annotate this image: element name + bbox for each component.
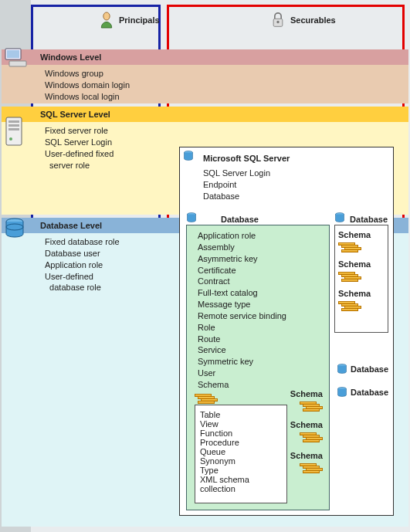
stack-icon (338, 301, 361, 310)
database-icon (186, 212, 197, 223)
svg-rect-4 (7, 50, 19, 58)
stack-icon (300, 463, 323, 473)
schema-securable-box: Table View Function Procedure Queue Syno… (195, 405, 287, 503)
principals-header: Principals (99, 11, 160, 29)
list-item: Service (198, 344, 323, 356)
database-free-label: Database (351, 364, 388, 374)
list-item: SQL Server Login (203, 168, 387, 179)
database-free-label: Database (351, 388, 388, 397)
list-item: User (198, 368, 323, 379)
database-securable-box: Database Application role Assembly Asymm… (186, 225, 330, 510)
list-item: View (200, 419, 282, 429)
principals-label: Principals (119, 15, 160, 25)
list-item: Table (200, 410, 282, 419)
list-item: Asymmetric key (198, 253, 323, 265)
svg-point-2 (276, 21, 279, 23)
schema-label: Schema (290, 451, 323, 460)
list-item: Application role (198, 230, 323, 242)
list-item: Function (200, 429, 282, 438)
server-icon (5, 116, 23, 147)
windows-level-body: Windows group Windows domain login Windo… (2, 65, 408, 103)
database-icon (334, 212, 345, 223)
list-item: Queue (200, 447, 282, 456)
lock-icon (270, 11, 286, 29)
list-item: Assembly (198, 242, 323, 253)
database-icon (337, 387, 347, 398)
securables-header: Securables (270, 11, 336, 29)
list-item: Certificate (198, 265, 323, 276)
svg-rect-8 (8, 124, 19, 127)
sqlserver-securable-box: Microsoft SQL Server SQL Server Login En… (179, 147, 394, 516)
database-icon (337, 364, 347, 374)
database-icon (183, 151, 194, 161)
svg-point-10 (9, 137, 12, 141)
list-item: Type (200, 466, 282, 475)
schema-label: Schema (290, 420, 323, 429)
list-item: Endpoint (203, 179, 387, 191)
stack-icon (300, 402, 323, 411)
list-item: Symmetric key (198, 356, 323, 368)
sql-level-title: SQL Server Level (2, 107, 408, 122)
schema-label: Schema (338, 230, 385, 239)
list-item: Full-text catalog (198, 287, 323, 299)
list-item: Database (203, 191, 387, 202)
list-item: Fixed server role (45, 125, 408, 137)
stack-icon (195, 394, 218, 403)
user-icon (99, 11, 114, 29)
list-item: Windows local login (45, 91, 408, 103)
svg-rect-5 (9, 61, 26, 66)
list-item: Route (198, 334, 323, 345)
list-item: Windows group (45, 68, 408, 80)
stack-icon (338, 272, 361, 281)
database-free: Database (337, 364, 388, 374)
database-side-box: Database Schema Schema Schema (334, 225, 388, 333)
database-icon (5, 218, 25, 239)
list-item: Contract (198, 276, 323, 287)
computer-icon (5, 48, 28, 68)
database-side-title: Database (350, 215, 388, 224)
schema-label: Schema (338, 259, 385, 269)
svg-point-0 (103, 12, 110, 20)
sqlserver-title: Microsoft SQL Server (203, 154, 387, 163)
sqlserver-list: SQL Server Login Endpoint Database (203, 168, 387, 202)
database-free: Database (337, 387, 388, 398)
list-item: Remote service binding (198, 310, 323, 322)
list-item: XML schema collection (200, 475, 282, 493)
windows-level-band: Windows Level Windows group Windows doma… (2, 49, 408, 103)
list-item: Windows domain login (45, 80, 408, 91)
schema-label: Schema (290, 389, 323, 398)
database-title: Database (221, 215, 259, 224)
stack-icon (338, 242, 361, 252)
list-item: Procedure (200, 438, 282, 447)
schema-label: Schema (338, 289, 385, 298)
stack-icon (300, 432, 323, 442)
database-list: Application role Assembly Asymmetric key… (198, 230, 323, 391)
list-item: Synonym (200, 456, 282, 466)
windows-level-title: Windows Level (2, 49, 408, 65)
svg-rect-7 (8, 120, 19, 123)
list-item: Role (198, 322, 323, 334)
svg-rect-9 (8, 128, 19, 130)
list-item: Message type (198, 299, 323, 310)
securables-label: Securables (290, 15, 336, 25)
